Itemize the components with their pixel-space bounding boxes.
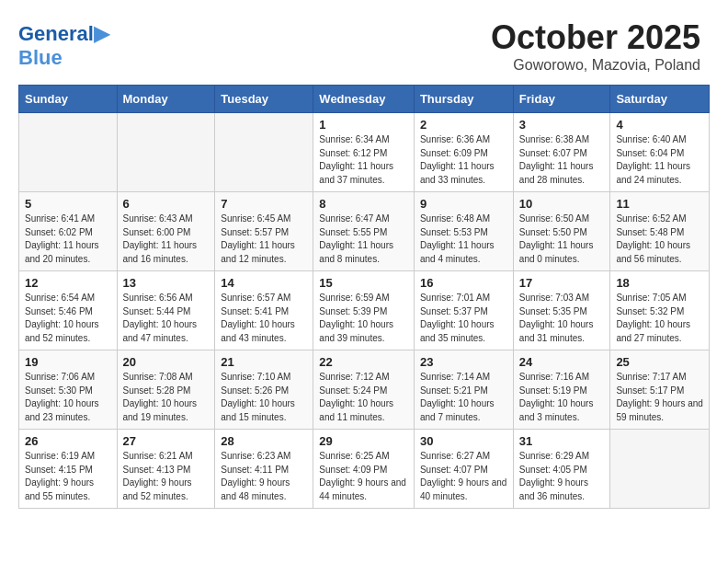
calendar-table: SundayMondayTuesdayWednesdayThursdayFrid… bbox=[18, 85, 710, 509]
calendar-cell: 20Sunrise: 7:08 AMSunset: 5:28 PMDayligh… bbox=[117, 350, 215, 430]
day-number: 5 bbox=[25, 197, 111, 211]
day-info: Sunrise: 6:43 AMSunset: 6:00 PMDaylight:… bbox=[123, 213, 210, 266]
title-block: October 2025 Goworowo, Mazovia, Poland bbox=[18, 18, 710, 74]
calendar-cell: 21Sunrise: 7:10 AMSunset: 5:26 PMDayligh… bbox=[215, 350, 313, 430]
day-number: 13 bbox=[123, 276, 210, 290]
day-number: 30 bbox=[420, 434, 507, 448]
calendar-cell: 17Sunrise: 7:03 AMSunset: 5:35 PMDayligh… bbox=[513, 271, 610, 350]
day-info: Sunrise: 7:05 AMSunset: 5:32 PMDaylight:… bbox=[616, 292, 703, 345]
calendar-week-row: 5Sunrise: 6:41 AMSunset: 6:02 PMDaylight… bbox=[19, 192, 710, 271]
calendar-cell: 15Sunrise: 6:59 AMSunset: 5:39 PMDayligh… bbox=[313, 271, 415, 350]
calendar-cell: 19Sunrise: 7:06 AMSunset: 5:30 PMDayligh… bbox=[19, 350, 118, 430]
day-number: 6 bbox=[123, 197, 210, 211]
day-info: Sunrise: 6:27 AMSunset: 4:07 PMDaylight:… bbox=[420, 450, 507, 503]
day-number: 7 bbox=[221, 197, 307, 211]
calendar-cell: 24Sunrise: 7:16 AMSunset: 5:19 PMDayligh… bbox=[513, 350, 610, 430]
day-number: 16 bbox=[420, 276, 507, 290]
day-info: Sunrise: 6:36 AMSunset: 6:09 PMDaylight:… bbox=[420, 133, 507, 187]
day-info: Sunrise: 6:40 AMSunset: 6:04 PMDaylight:… bbox=[616, 133, 703, 187]
calendar-cell bbox=[117, 113, 215, 192]
calendar-cell: 10Sunrise: 6:50 AMSunset: 5:50 PMDayligh… bbox=[513, 192, 610, 271]
calendar-cell: 13Sunrise: 6:56 AMSunset: 5:44 PMDayligh… bbox=[117, 271, 215, 350]
day-number: 15 bbox=[319, 276, 408, 290]
calendar-cell: 25Sunrise: 7:17 AMSunset: 5:17 PMDayligh… bbox=[610, 350, 710, 430]
calendar-cell: 26Sunrise: 6:19 AMSunset: 4:15 PMDayligh… bbox=[19, 430, 118, 509]
calendar-cell: 6Sunrise: 6:43 AMSunset: 6:00 PMDaylight… bbox=[117, 192, 215, 271]
day-number: 18 bbox=[616, 276, 703, 290]
calendar-cell: 9Sunrise: 6:48 AMSunset: 5:53 PMDaylight… bbox=[414, 192, 513, 271]
day-number: 19 bbox=[25, 355, 111, 369]
day-info: Sunrise: 6:50 AMSunset: 5:50 PMDaylight:… bbox=[519, 213, 605, 266]
day-info: Sunrise: 7:14 AMSunset: 5:21 PMDaylight:… bbox=[420, 371, 507, 424]
calendar-cell bbox=[215, 113, 313, 192]
calendar-cell: 3Sunrise: 6:38 AMSunset: 6:07 PMDaylight… bbox=[513, 113, 610, 192]
day-info: Sunrise: 6:56 AMSunset: 5:44 PMDaylight:… bbox=[123, 292, 210, 345]
calendar-cell: 7Sunrise: 6:45 AMSunset: 5:57 PMDaylight… bbox=[215, 192, 313, 271]
logo-text: General▶ Blue bbox=[18, 22, 109, 70]
day-info: Sunrise: 6:21 AMSunset: 4:13 PMDaylight:… bbox=[123, 450, 210, 503]
day-info: Sunrise: 6:54 AMSunset: 5:46 PMDaylight:… bbox=[25, 292, 111, 345]
day-info: Sunrise: 6:57 AMSunset: 5:41 PMDaylight:… bbox=[221, 292, 307, 345]
calendar-cell: 29Sunrise: 6:25 AMSunset: 4:09 PMDayligh… bbox=[313, 430, 415, 509]
page-title: October 2025 bbox=[18, 18, 700, 57]
day-number: 9 bbox=[420, 197, 507, 211]
calendar-cell: 18Sunrise: 7:05 AMSunset: 5:32 PMDayligh… bbox=[610, 271, 710, 350]
day-number: 26 bbox=[25, 434, 111, 448]
day-number: 2 bbox=[420, 118, 507, 132]
day-info: Sunrise: 7:16 AMSunset: 5:19 PMDaylight:… bbox=[519, 371, 605, 424]
day-info: Sunrise: 7:10 AMSunset: 5:26 PMDaylight:… bbox=[221, 371, 307, 424]
day-number: 10 bbox=[519, 197, 605, 211]
day-number: 8 bbox=[319, 197, 408, 211]
calendar-week-row: 19Sunrise: 7:06 AMSunset: 5:30 PMDayligh… bbox=[19, 350, 710, 430]
day-number: 22 bbox=[319, 355, 408, 369]
day-number: 3 bbox=[519, 118, 605, 132]
day-info: Sunrise: 7:12 AMSunset: 5:24 PMDaylight:… bbox=[319, 371, 408, 424]
day-number: 24 bbox=[519, 355, 605, 369]
day-info: Sunrise: 7:06 AMSunset: 5:30 PMDaylight:… bbox=[25, 371, 111, 424]
day-info: Sunrise: 7:03 AMSunset: 5:35 PMDaylight:… bbox=[519, 292, 605, 345]
day-number: 17 bbox=[519, 276, 605, 290]
day-of-week-header: Thursday bbox=[414, 86, 513, 113]
day-of-week-header: Saturday bbox=[610, 86, 710, 113]
day-info: Sunrise: 6:38 AMSunset: 6:07 PMDaylight:… bbox=[519, 133, 605, 187]
calendar-cell: 11Sunrise: 6:52 AMSunset: 5:48 PMDayligh… bbox=[610, 192, 710, 271]
day-info: Sunrise: 6:34 AMSunset: 6:12 PMDaylight:… bbox=[319, 133, 408, 187]
day-number: 14 bbox=[221, 276, 307, 290]
calendar-cell: 22Sunrise: 7:12 AMSunset: 5:24 PMDayligh… bbox=[313, 350, 415, 430]
day-info: Sunrise: 6:29 AMSunset: 4:05 PMDaylight:… bbox=[519, 450, 605, 503]
calendar-cell: 14Sunrise: 6:57 AMSunset: 5:41 PMDayligh… bbox=[215, 271, 313, 350]
day-info: Sunrise: 6:41 AMSunset: 6:02 PMDaylight:… bbox=[25, 213, 111, 266]
day-info: Sunrise: 6:59 AMSunset: 5:39 PMDaylight:… bbox=[319, 292, 408, 345]
calendar-cell: 27Sunrise: 6:21 AMSunset: 4:13 PMDayligh… bbox=[117, 430, 215, 509]
calendar-cell: 12Sunrise: 6:54 AMSunset: 5:46 PMDayligh… bbox=[19, 271, 118, 350]
day-number: 31 bbox=[519, 434, 605, 448]
day-number: 20 bbox=[123, 355, 210, 369]
day-info: Sunrise: 6:47 AMSunset: 5:55 PMDaylight:… bbox=[319, 213, 408, 266]
calendar-cell: 23Sunrise: 7:14 AMSunset: 5:21 PMDayligh… bbox=[414, 350, 513, 430]
day-info: Sunrise: 6:19 AMSunset: 4:15 PMDaylight:… bbox=[25, 450, 111, 503]
day-number: 21 bbox=[221, 355, 307, 369]
day-info: Sunrise: 6:52 AMSunset: 5:48 PMDaylight:… bbox=[616, 213, 703, 266]
logo: General▶ Blue bbox=[18, 22, 109, 70]
calendar-cell: 31Sunrise: 6:29 AMSunset: 4:05 PMDayligh… bbox=[513, 430, 610, 509]
day-info: Sunrise: 7:17 AMSunset: 5:17 PMDaylight:… bbox=[616, 371, 703, 424]
calendar-cell: 28Sunrise: 6:23 AMSunset: 4:11 PMDayligh… bbox=[215, 430, 313, 509]
calendar-cell bbox=[19, 113, 118, 192]
day-info: Sunrise: 6:45 AMSunset: 5:57 PMDaylight:… bbox=[221, 213, 307, 266]
day-info: Sunrise: 7:08 AMSunset: 5:28 PMDaylight:… bbox=[123, 371, 210, 424]
day-info: Sunrise: 6:48 AMSunset: 5:53 PMDaylight:… bbox=[420, 213, 507, 266]
day-info: Sunrise: 6:25 AMSunset: 4:09 PMDaylight:… bbox=[319, 450, 408, 503]
page-subtitle: Goworowo, Mazovia, Poland bbox=[18, 57, 700, 74]
day-number: 29 bbox=[319, 434, 408, 448]
page-header: General▶ Blue October 2025 Goworowo, Maz… bbox=[18, 18, 710, 77]
day-of-week-header: Friday bbox=[513, 86, 610, 113]
calendar-cell: 16Sunrise: 7:01 AMSunset: 5:37 PMDayligh… bbox=[414, 271, 513, 350]
day-number: 25 bbox=[616, 355, 703, 369]
calendar-cell bbox=[610, 430, 710, 509]
calendar-cell: 5Sunrise: 6:41 AMSunset: 6:02 PMDaylight… bbox=[19, 192, 118, 271]
calendar-cell: 8Sunrise: 6:47 AMSunset: 5:55 PMDaylight… bbox=[313, 192, 415, 271]
calendar-cell: 1Sunrise: 6:34 AMSunset: 6:12 PMDaylight… bbox=[313, 113, 415, 192]
calendar-week-row: 1Sunrise: 6:34 AMSunset: 6:12 PMDaylight… bbox=[19, 113, 710, 192]
day-number: 11 bbox=[616, 197, 703, 211]
day-info: Sunrise: 6:23 AMSunset: 4:11 PMDaylight:… bbox=[221, 450, 307, 503]
